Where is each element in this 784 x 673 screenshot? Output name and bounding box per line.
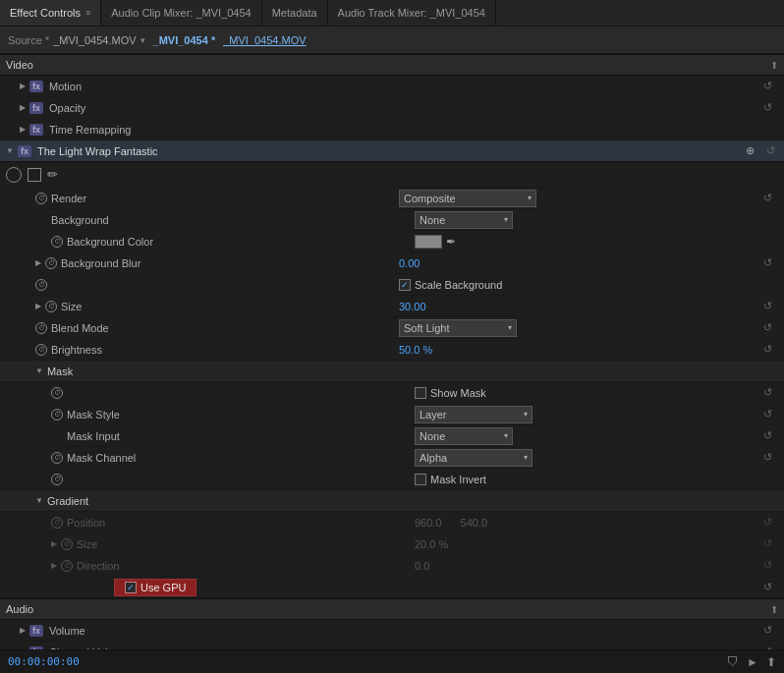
- ellipse-mask-tool[interactable]: [6, 167, 22, 183]
- mask-invert-clock[interactable]: ⏱: [51, 474, 63, 485]
- mask-input-label: Mask Input: [51, 430, 415, 442]
- brightness-value[interactable]: 50.0 %: [399, 344, 432, 356]
- channel-volume-reset[interactable]: ↺: [759, 645, 775, 649]
- volume-fx-badge: fx: [29, 625, 43, 637]
- tab-metadata-label: Metadata: [272, 7, 317, 19]
- opacity-reset[interactable]: ↺: [759, 101, 775, 114]
- bg-color-swatch[interactable]: [415, 235, 442, 249]
- gradient-size-row: ▶ ⏱ Size 20.0 % ↺: [0, 533, 784, 555]
- source-chevron[interactable]: ▾: [140, 35, 145, 45]
- direction-row: ▶ ⏱ Direction 0.0 ↺: [0, 555, 784, 577]
- position-spacer: [450, 517, 453, 529]
- size-label: Size: [61, 301, 399, 312]
- use-gpu-checkbox[interactable]: [125, 582, 137, 593]
- light-wrap-reset[interactable]: ↺: [762, 144, 778, 157]
- bg-blur-expand[interactable]: ▶: [35, 258, 41, 267]
- mask-style-dropdown[interactable]: Layer ▾: [415, 406, 532, 423]
- mask-input-dropdown[interactable]: None ▾: [415, 427, 513, 445]
- source-active-link[interactable]: _MVI_0454 *: [153, 34, 216, 46]
- mask-channel-reset[interactable]: ↺: [759, 451, 775, 464]
- background-blur-label: Background Blur: [61, 257, 399, 269]
- mask-invert-label: Mask Invert: [430, 474, 486, 485]
- bottom-icons: ⛉ ► ⬆: [727, 655, 776, 669]
- show-mask-reset[interactable]: ↺: [759, 386, 775, 399]
- opacity-expand[interactable]: ▶: [20, 103, 26, 112]
- background-blur-value[interactable]: 0.00: [399, 257, 420, 269]
- gradient-size-reset[interactable]: ↺: [759, 537, 775, 550]
- mask-invert-row: ⏱ Mask Invert: [0, 469, 784, 490]
- tab-menu-icon[interactable]: ≡: [85, 8, 90, 18]
- background-color-row: ⏱ Background Color ✒: [0, 231, 784, 252]
- mask-channel-dropdown[interactable]: Alpha ▾: [415, 449, 532, 467]
- light-wrap-expand[interactable]: ▼: [6, 146, 14, 155]
- scale-clock[interactable]: ⏱: [35, 279, 47, 291]
- video-section-left: Video: [6, 59, 33, 71]
- volume-expand[interactable]: ▶: [20, 626, 26, 635]
- background-dropdown-value: None: [420, 214, 445, 226]
- rect-mask-tool[interactable]: [28, 168, 41, 182]
- tab-effect-controls[interactable]: Effect Controls ≡: [0, 0, 101, 26]
- tab-audio-track-mixer[interactable]: Audio Track Mixer: _MVI_0454: [328, 0, 496, 26]
- use-gpu-button[interactable]: Use GPU: [114, 579, 196, 596]
- timecode: 00:00:00:00: [8, 655, 80, 668]
- render-clock[interactable]: ⏱: [35, 193, 47, 204]
- mask-invert-checkbox[interactable]: [415, 474, 426, 485]
- show-mask-checkbox[interactable]: [415, 387, 426, 399]
- brightness-label: Brightness: [51, 344, 399, 356]
- mask-style-clock[interactable]: ⏱: [51, 409, 63, 421]
- show-mask-clock[interactable]: ⏱: [51, 387, 63, 399]
- direction-clock: ⏱: [61, 560, 73, 572]
- size-value[interactable]: 30.00: [399, 301, 426, 312]
- mask-label: Mask: [47, 365, 399, 377]
- size-clock[interactable]: ⏱: [45, 301, 57, 312]
- play-icon[interactable]: ►: [747, 655, 758, 669]
- motion-expand[interactable]: ▶: [20, 82, 26, 90]
- audio-scroll-btn[interactable]: ⬆: [770, 604, 778, 615]
- gradient-expand[interactable]: ▼: [35, 496, 43, 505]
- render-reset[interactable]: ↺: [759, 192, 775, 204]
- brightness-clock[interactable]: ⏱: [35, 344, 47, 356]
- background-dropdown[interactable]: None ▾: [415, 211, 513, 229]
- tab-audio-clip-mixer[interactable]: Audio Clip Mixer: _MVI_0454: [101, 0, 261, 26]
- bg-color-clock[interactable]: ⏱: [51, 236, 63, 248]
- bottom-bar: 00:00:00:00 ⛉ ► ⬆: [0, 649, 784, 673]
- position-reset[interactable]: ↺: [759, 516, 775, 529]
- source-file2[interactable]: _MVI_0454.MOV: [223, 34, 306, 46]
- pen-tool[interactable]: ✏: [47, 167, 58, 182]
- blend-mode-dropdown[interactable]: Soft Light ▾: [399, 319, 517, 337]
- video-scroll-btn[interactable]: ⬆: [770, 60, 778, 71]
- bg-blur-clock[interactable]: ⏱: [45, 257, 57, 269]
- mask-style-reset[interactable]: ↺: [759, 408, 775, 421]
- mask-input-reset[interactable]: ↺: [759, 429, 775, 442]
- direction-reset[interactable]: ↺: [759, 559, 775, 572]
- volume-reset[interactable]: ↺: [759, 624, 775, 637]
- motion-reset[interactable]: ↺: [759, 80, 775, 92]
- scale-bg-checkbox[interactable]: [399, 279, 411, 291]
- bg-color-eyedropper[interactable]: ✒: [446, 235, 456, 249]
- bg-blur-reset[interactable]: ↺: [759, 256, 775, 269]
- mask-expand[interactable]: ▼: [35, 366, 43, 375]
- blend-mode-clock[interactable]: ⏱: [35, 322, 47, 334]
- mask-channel-clock[interactable]: ⏱: [51, 452, 63, 464]
- size-row: ▶ ⏱ Size 30.00 ↺: [0, 296, 784, 317]
- filter-icon[interactable]: ⛉: [727, 655, 739, 669]
- position-label: Position: [67, 517, 415, 529]
- brightness-reset[interactable]: ↺: [759, 343, 775, 356]
- time-remapping-expand[interactable]: ▶: [20, 125, 26, 134]
- position-x: 960.0: [415, 517, 442, 529]
- size-expand[interactable]: ▶: [35, 302, 41, 310]
- brightness-row: ⏱ Brightness 50.0 % ↺: [0, 339, 784, 361]
- gradient-size-label: Size: [77, 538, 415, 550]
- export-icon[interactable]: ⬆: [766, 655, 776, 669]
- size-reset[interactable]: ↺: [759, 300, 775, 312]
- source-file1[interactable]: _MVI_0454.MOV: [53, 34, 136, 46]
- use-gpu-reset[interactable]: ↺: [759, 581, 775, 593]
- light-wrap-header: ▼ fx The Light Wrap Fantastic ⊕ ↺: [0, 140, 784, 162]
- blend-mode-reset[interactable]: ↺: [759, 321, 775, 334]
- channel-volume-expand[interactable]: ▶: [20, 647, 26, 649]
- background-dropdown-arrow: ▾: [504, 215, 508, 224]
- audio-section-header: Audio ⬆: [0, 598, 784, 620]
- light-wrap-add-btn[interactable]: ⊕: [746, 144, 755, 157]
- render-dropdown[interactable]: Composite ▾: [399, 190, 536, 207]
- tab-metadata[interactable]: Metadata: [262, 0, 328, 26]
